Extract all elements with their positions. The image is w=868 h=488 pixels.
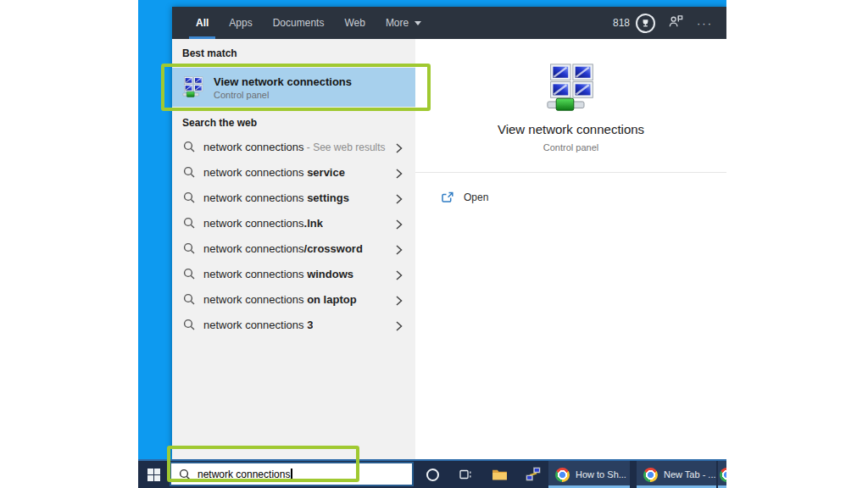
feedback-icon[interactable] [668, 14, 684, 32]
windows-desktop: All Apps Documents Web More 818 [138, 0, 726, 488]
topbar-right-cluster: 818 ··· [613, 14, 718, 33]
chrome-icon [720, 468, 726, 482]
tab-apps[interactable]: Apps [219, 7, 262, 39]
search-flyout-topbar: All Apps Documents Web More 818 [172, 7, 726, 39]
suggestion-row[interactable]: network connections - See web results [172, 134, 415, 159]
search-icon [183, 217, 195, 229]
rewards-badge[interactable]: 818 [613, 14, 655, 33]
window-title: New Tab - ... [664, 469, 716, 480]
open-icon [441, 191, 454, 204]
divider [415, 172, 726, 173]
search-icon [183, 141, 195, 152]
suggestion-row[interactable]: network connections windows [172, 261, 415, 286]
annotation-best-match [161, 64, 431, 111]
detail-panel: View network connections Control panel O… [415, 39, 726, 459]
chevron-right-icon[interactable] [396, 269, 403, 279]
suggestion-text: network connections.lnk [203, 217, 323, 230]
chrome-icon [555, 468, 570, 482]
suggestion-row[interactable]: network connections 3 [172, 312, 415, 337]
suggestion-text: network connections - See web results [203, 141, 386, 153]
search-icon [183, 293, 195, 305]
search-filter-tabs: All Apps Documents Web More [186, 7, 431, 39]
tab-more[interactable]: More [376, 7, 431, 39]
chevron-right-icon[interactable] [396, 243, 403, 253]
tab-all[interactable]: All [186, 7, 219, 39]
best-match-header: Best match [182, 47, 237, 59]
folder-icon [492, 468, 508, 481]
chrome-window-button-1[interactable]: How to Sh... [548, 461, 630, 488]
chrome-icon [643, 468, 658, 482]
open-label: Open [464, 191, 488, 203]
tab-documents-label: Documents [273, 17, 325, 29]
detail-subtitle: Control panel [415, 142, 726, 152]
chevron-right-icon[interactable] [396, 294, 403, 304]
rewards-points: 818 [613, 17, 630, 29]
chevron-right-icon[interactable] [396, 218, 403, 228]
annotation-search-box [167, 446, 359, 482]
task-view-button[interactable] [458, 461, 473, 488]
network-connections-icon-large [546, 63, 597, 114]
suggestion-row[interactable]: network connections/crossword [172, 236, 415, 261]
tab-all-label: All [196, 17, 209, 29]
tab-web-label: Web [344, 17, 364, 29]
suggestion-text: network connections on laptop [203, 293, 357, 306]
file-explorer-button[interactable] [491, 461, 508, 488]
search-the-web-header: Search the web [182, 117, 257, 129]
window-title: How to Sh... [576, 469, 626, 480]
trophy-icon [636, 14, 655, 33]
search-icon [183, 268, 195, 280]
search-icon [183, 166, 195, 178]
tab-more-label: More [386, 17, 409, 29]
search-icon [183, 319, 195, 330]
chevron-right-icon[interactable] [396, 167, 403, 177]
windows-logo-icon [147, 469, 160, 481]
cortana-button[interactable] [425, 461, 440, 488]
suggestion-text: network connections settings [203, 191, 349, 204]
chrome-window-button-3[interactable] [718, 461, 726, 488]
cortana-icon [426, 469, 439, 481]
chrome-window-button-2[interactable]: New Tab - ... [637, 461, 716, 488]
chevron-right-icon[interactable] [396, 319, 403, 330]
suggestion-row[interactable]: network connections.lnk [172, 210, 415, 236]
search-icon [183, 191, 195, 203]
detail-title: View network connections [415, 122, 726, 136]
suggestion-row[interactable]: network connections service [172, 159, 415, 185]
web-suggestions-list: network connections - See web results ne… [172, 134, 415, 337]
suggestion-text: network connections windows [203, 268, 353, 280]
chevron-down-icon [415, 21, 421, 25]
tab-documents[interactable]: Documents [263, 7, 335, 39]
more-options-button[interactable]: ··· [697, 17, 718, 30]
suggestion-text: network connections 3 [203, 319, 313, 331]
open-action[interactable]: Open [441, 186, 488, 208]
suggestion-text: network connections service [203, 166, 345, 179]
tab-web[interactable]: Web [334, 7, 375, 39]
network-connections-taskbar-button[interactable] [525, 461, 542, 488]
suggestion-row[interactable]: network connections settings [172, 185, 415, 210]
tab-apps-label: Apps [229, 17, 252, 29]
task-view-icon [459, 468, 472, 481]
suggestion-row[interactable]: network connections on laptop [172, 286, 415, 312]
suggestion-text: network connections/crossword [203, 242, 363, 255]
chevron-right-icon[interactable] [396, 141, 403, 152]
network-computers-icon [526, 467, 541, 482]
search-icon [183, 242, 195, 254]
chevron-right-icon[interactable] [396, 192, 403, 202]
start-button[interactable] [138, 461, 170, 488]
